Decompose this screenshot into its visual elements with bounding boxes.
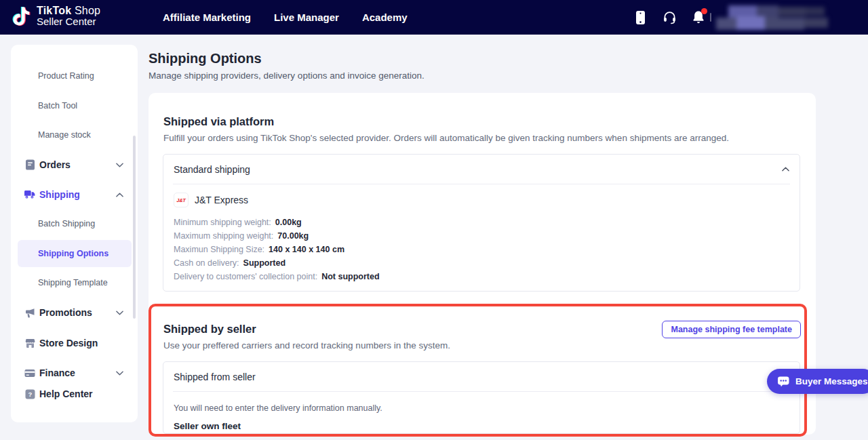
shipped-from-seller-header[interactable]: Shipped from seller <box>163 362 800 391</box>
page-title: Shipping Options <box>149 51 262 66</box>
sidebar-item-manage-stock[interactable]: Manage stock <box>18 121 132 148</box>
page-subtitle: Manage shipping providers, delivery opti… <box>149 71 425 81</box>
logo-wordmark: TikTok Shop Seller Center <box>37 5 100 27</box>
support-headset-icon[interactable] <box>662 10 677 25</box>
chevron-down-icon <box>116 371 123 376</box>
tiktok-shop-logo[interactable]: TikTok Shop Seller Center <box>12 5 100 27</box>
detail-label: Cash on delivery: <box>174 258 239 268</box>
detail-row: Maximun Shipping Size: 140 x 140 x 140 c… <box>174 243 789 256</box>
sidebar-item-help-center[interactable]: ? Help Center <box>18 380 132 407</box>
logo-brand: TikTok <box>37 5 71 16</box>
sidebar-item-batch-shipping[interactable]: Batch Shipping <box>18 210 132 237</box>
sidebar-item-batch-tool[interactable]: Batch Tool <box>18 92 132 119</box>
megaphone-icon <box>24 307 35 318</box>
chat-bubble-icon <box>777 376 790 387</box>
detail-label: Minimum shipping weight: <box>174 218 271 227</box>
nav-link-affiliate-marketing[interactable]: Affiliate Marketing <box>163 12 251 23</box>
standard-shipping-header[interactable]: Standard shipping <box>163 155 800 184</box>
logo-seller-center: Seller Center <box>37 16 100 27</box>
sidebar-item-orders[interactable]: Orders <box>18 151 132 178</box>
provider-row: J&T J&T Express <box>174 191 789 209</box>
sidebar-item-label: Product Rating <box>38 71 94 81</box>
help-question-icon: ? <box>24 388 35 399</box>
sidebar-item-label: Finance <box>39 367 75 378</box>
sidebar-item-product-rating[interactable]: Product Rating <box>18 62 132 89</box>
sidebar-item-label: Shipping <box>39 189 80 200</box>
credit-card-icon <box>24 367 35 378</box>
chevron-down-icon <box>116 311 123 315</box>
collapse-chevron-up-icon[interactable] <box>782 167 789 172</box>
sidebar-item-label: Batch Shipping <box>38 219 95 228</box>
chevron-down-icon <box>116 163 123 167</box>
buyer-messages-label: Buyer Messages <box>795 376 868 386</box>
detail-value: 0.00kg <box>275 218 302 227</box>
notification-bell-icon[interactable] <box>691 10 706 25</box>
nav-links: Affiliate Marketing Live Manager Academy <box>163 0 408 35</box>
nav-separator <box>710 13 711 22</box>
detail-row: Delivery to customers' collection point:… <box>174 270 789 283</box>
detail-value: 70.00kg <box>277 231 309 241</box>
orders-document-icon <box>24 159 35 170</box>
jt-express-logo: J&T <box>174 193 189 207</box>
seller-own-fleet-label: Seller own fleet <box>174 421 789 431</box>
detail-value: Not supported <box>321 272 379 281</box>
sidebar-item-label: Batch Tool <box>38 101 77 111</box>
shipped-from-seller-card: Shipped from seller You will need to ent… <box>163 361 800 434</box>
standard-shipping-label: Standard shipping <box>174 164 250 175</box>
sidebar: Product Rating Batch Tool Manage stock O… <box>11 45 138 422</box>
provider-details: Minimum shipping weight: 0.00kg Maximum … <box>174 216 789 283</box>
notification-badge-dot <box>701 8 707 14</box>
sidebar-item-store-design[interactable]: Store Design <box>18 329 132 357</box>
svg-text:?: ? <box>28 391 32 398</box>
storefront-icon <box>24 338 35 348</box>
chevron-up-icon <box>116 193 123 197</box>
detail-label: Delivery to customers' collection point: <box>174 272 317 281</box>
sidebar-item-label: Store Design <box>39 338 98 348</box>
logo-shop: Shop <box>71 5 100 16</box>
tiktok-note-icon <box>12 6 31 26</box>
user-account-blurred[interactable] <box>716 5 828 30</box>
shipping-options-card: Shipped via platform Fulfill your orders… <box>149 93 816 435</box>
sidebar-item-shipping-template[interactable]: Shipping Template <box>18 269 132 296</box>
manual-delivery-note: You will need to enter the delivery info… <box>174 403 789 413</box>
nav-link-live-manager[interactable]: Live Manager <box>274 12 339 23</box>
detail-value: Supported <box>243 258 286 268</box>
standard-shipping-card: Standard shipping J&T J&T Express Minimu… <box>163 154 800 292</box>
provider-name: J&T Express <box>195 195 248 205</box>
platform-section-title: Shipped via platform <box>163 115 274 128</box>
seller-section-title: Shipped by seller <box>163 323 256 336</box>
sidebar-item-label: Orders <box>39 159 71 170</box>
sidebar-item-shipping-options[interactable]: Shipping Options <box>18 240 132 267</box>
sidebar-item-label: Help Center <box>39 388 93 399</box>
detail-row: Cash on delivery: Supported <box>174 256 789 270</box>
sidebar-item-label: Shipping Options <box>38 249 108 258</box>
manage-shipping-fee-template-button[interactable]: Manage shipping fee template <box>662 321 801 338</box>
nav-icon-group <box>633 0 706 35</box>
detail-row: Minimum shipping weight: 0.00kg <box>174 216 789 229</box>
sidebar-item-label: Manage stock <box>38 130 91 140</box>
detail-label: Maximum shipping weight: <box>174 231 273 241</box>
platform-section-description: Fulfill your orders using TikTok Shop's … <box>163 133 729 143</box>
sidebar-item-shipping[interactable]: Shipping <box>18 181 132 208</box>
detail-value: 140 x 140 x 140 cm <box>269 245 344 254</box>
detail-row: Maximum shipping weight: 70.00kg <box>174 229 789 243</box>
top-nav: TikTok Shop Seller Center Affiliate Mark… <box>0 0 868 35</box>
shipping-truck-icon <box>24 189 35 200</box>
seller-section-description: Use your preffered carriers and record t… <box>163 340 450 351</box>
sidebar-item-label: Promotions <box>39 307 92 318</box>
shipped-from-seller-label: Shipped from seller <box>174 372 256 382</box>
buyer-messages-button[interactable]: Buyer Messages <box>767 369 868 394</box>
detail-label: Maximun Shipping Size: <box>174 245 264 254</box>
mobile-app-icon[interactable] <box>633 10 648 25</box>
sidebar-scrollbar[interactable] <box>133 136 136 319</box>
sidebar-item-label: Shipping Template <box>38 278 108 287</box>
sidebar-item-promotions[interactable]: Promotions <box>18 299 132 326</box>
nav-link-academy[interactable]: Academy <box>362 12 408 23</box>
